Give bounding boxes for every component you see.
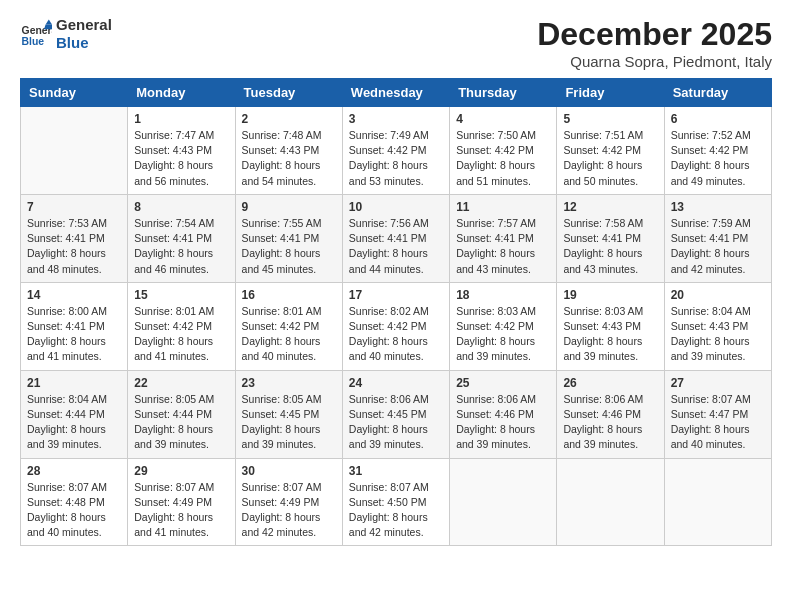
cell-info: Sunrise: 8:01 AMSunset: 4:42 PMDaylight:… (134, 304, 228, 365)
cell-info: Sunrise: 7:52 AMSunset: 4:42 PMDaylight:… (671, 128, 765, 189)
calendar-cell: 31 Sunrise: 8:07 AMSunset: 4:50 PMDaylig… (342, 458, 449, 546)
cell-info: Sunrise: 8:06 AMSunset: 4:46 PMDaylight:… (456, 392, 550, 453)
calendar-cell: 9 Sunrise: 7:55 AMSunset: 4:41 PMDayligh… (235, 194, 342, 282)
day-number: 25 (456, 376, 550, 390)
cell-info: Sunrise: 7:56 AMSunset: 4:41 PMDaylight:… (349, 216, 443, 277)
dow-monday: Monday (128, 79, 235, 107)
calendar-week-1: 1 Sunrise: 7:47 AMSunset: 4:43 PMDayligh… (21, 107, 772, 195)
calendar-cell: 21 Sunrise: 8:04 AMSunset: 4:44 PMDaylig… (21, 370, 128, 458)
day-number: 31 (349, 464, 443, 478)
calendar-cell: 29 Sunrise: 8:07 AMSunset: 4:49 PMDaylig… (128, 458, 235, 546)
calendar-cell: 14 Sunrise: 8:00 AMSunset: 4:41 PMDaylig… (21, 282, 128, 370)
cell-info: Sunrise: 8:07 AMSunset: 4:47 PMDaylight:… (671, 392, 765, 453)
cell-info: Sunrise: 8:01 AMSunset: 4:42 PMDaylight:… (242, 304, 336, 365)
calendar-cell: 3 Sunrise: 7:49 AMSunset: 4:42 PMDayligh… (342, 107, 449, 195)
calendar-cell: 12 Sunrise: 7:58 AMSunset: 4:41 PMDaylig… (557, 194, 664, 282)
day-number: 16 (242, 288, 336, 302)
calendar-cell: 5 Sunrise: 7:51 AMSunset: 4:42 PMDayligh… (557, 107, 664, 195)
day-number: 6 (671, 112, 765, 126)
dow-wednesday: Wednesday (342, 79, 449, 107)
day-number: 29 (134, 464, 228, 478)
day-number: 1 (134, 112, 228, 126)
day-number: 5 (563, 112, 657, 126)
cell-info: Sunrise: 8:02 AMSunset: 4:42 PMDaylight:… (349, 304, 443, 365)
cell-info: Sunrise: 7:59 AMSunset: 4:41 PMDaylight:… (671, 216, 765, 277)
calendar-cell (21, 107, 128, 195)
calendar-cell: 13 Sunrise: 7:59 AMSunset: 4:41 PMDaylig… (664, 194, 771, 282)
month-year-title: December 2025 (537, 16, 772, 53)
cell-info: Sunrise: 7:54 AMSunset: 4:41 PMDaylight:… (134, 216, 228, 277)
calendar-cell: 18 Sunrise: 8:03 AMSunset: 4:42 PMDaylig… (450, 282, 557, 370)
day-number: 22 (134, 376, 228, 390)
day-number: 15 (134, 288, 228, 302)
calendar-week-5: 28 Sunrise: 8:07 AMSunset: 4:48 PMDaylig… (21, 458, 772, 546)
day-number: 14 (27, 288, 121, 302)
cell-info: Sunrise: 8:00 AMSunset: 4:41 PMDaylight:… (27, 304, 121, 365)
day-number: 23 (242, 376, 336, 390)
cell-info: Sunrise: 8:06 AMSunset: 4:45 PMDaylight:… (349, 392, 443, 453)
cell-info: Sunrise: 7:48 AMSunset: 4:43 PMDaylight:… (242, 128, 336, 189)
day-number: 30 (242, 464, 336, 478)
calendar-cell: 10 Sunrise: 7:56 AMSunset: 4:41 PMDaylig… (342, 194, 449, 282)
day-number: 8 (134, 200, 228, 214)
cell-info: Sunrise: 7:55 AMSunset: 4:41 PMDaylight:… (242, 216, 336, 277)
calendar-table: SundayMondayTuesdayWednesdayThursdayFrid… (20, 78, 772, 546)
cell-info: Sunrise: 8:07 AMSunset: 4:50 PMDaylight:… (349, 480, 443, 541)
day-number: 21 (27, 376, 121, 390)
day-number: 13 (671, 200, 765, 214)
cell-info: Sunrise: 8:06 AMSunset: 4:46 PMDaylight:… (563, 392, 657, 453)
day-number: 9 (242, 200, 336, 214)
day-number: 7 (27, 200, 121, 214)
cell-info: Sunrise: 7:57 AMSunset: 4:41 PMDaylight:… (456, 216, 550, 277)
calendar-cell: 2 Sunrise: 7:48 AMSunset: 4:43 PMDayligh… (235, 107, 342, 195)
day-number: 18 (456, 288, 550, 302)
calendar-cell: 17 Sunrise: 8:02 AMSunset: 4:42 PMDaylig… (342, 282, 449, 370)
cell-info: Sunrise: 7:49 AMSunset: 4:42 PMDaylight:… (349, 128, 443, 189)
cell-info: Sunrise: 7:47 AMSunset: 4:43 PMDaylight:… (134, 128, 228, 189)
logo-general: General (56, 16, 112, 34)
cell-info: Sunrise: 8:03 AMSunset: 4:42 PMDaylight:… (456, 304, 550, 365)
title-block: December 2025 Quarna Sopra, Piedmont, It… (537, 16, 772, 70)
cell-info: Sunrise: 8:05 AMSunset: 4:45 PMDaylight:… (242, 392, 336, 453)
day-number: 2 (242, 112, 336, 126)
logo: General Blue General Blue (20, 16, 112, 52)
cell-info: Sunrise: 8:03 AMSunset: 4:43 PMDaylight:… (563, 304, 657, 365)
calendar-cell: 6 Sunrise: 7:52 AMSunset: 4:42 PMDayligh… (664, 107, 771, 195)
calendar-cell: 23 Sunrise: 8:05 AMSunset: 4:45 PMDaylig… (235, 370, 342, 458)
calendar-cell: 16 Sunrise: 8:01 AMSunset: 4:42 PMDaylig… (235, 282, 342, 370)
calendar-cell: 1 Sunrise: 7:47 AMSunset: 4:43 PMDayligh… (128, 107, 235, 195)
calendar-cell: 4 Sunrise: 7:50 AMSunset: 4:42 PMDayligh… (450, 107, 557, 195)
calendar-cell: 26 Sunrise: 8:06 AMSunset: 4:46 PMDaylig… (557, 370, 664, 458)
cell-info: Sunrise: 7:51 AMSunset: 4:42 PMDaylight:… (563, 128, 657, 189)
cell-info: Sunrise: 8:07 AMSunset: 4:49 PMDaylight:… (242, 480, 336, 541)
location-subtitle: Quarna Sopra, Piedmont, Italy (537, 53, 772, 70)
calendar-cell (664, 458, 771, 546)
cell-info: Sunrise: 8:07 AMSunset: 4:49 PMDaylight:… (134, 480, 228, 541)
calendar-cell: 8 Sunrise: 7:54 AMSunset: 4:41 PMDayligh… (128, 194, 235, 282)
cell-info: Sunrise: 8:04 AMSunset: 4:43 PMDaylight:… (671, 304, 765, 365)
calendar-cell: 30 Sunrise: 8:07 AMSunset: 4:49 PMDaylig… (235, 458, 342, 546)
cell-info: Sunrise: 8:05 AMSunset: 4:44 PMDaylight:… (134, 392, 228, 453)
cell-info: Sunrise: 8:07 AMSunset: 4:48 PMDaylight:… (27, 480, 121, 541)
svg-marker-2 (46, 20, 52, 25)
day-number: 3 (349, 112, 443, 126)
calendar-cell: 27 Sunrise: 8:07 AMSunset: 4:47 PMDaylig… (664, 370, 771, 458)
calendar-cell: 20 Sunrise: 8:04 AMSunset: 4:43 PMDaylig… (664, 282, 771, 370)
days-of-week-header: SundayMondayTuesdayWednesdayThursdayFrid… (21, 79, 772, 107)
dow-tuesday: Tuesday (235, 79, 342, 107)
logo-blue: Blue (56, 34, 112, 52)
calendar-cell: 15 Sunrise: 8:01 AMSunset: 4:42 PMDaylig… (128, 282, 235, 370)
cell-info: Sunrise: 7:53 AMSunset: 4:41 PMDaylight:… (27, 216, 121, 277)
day-number: 17 (349, 288, 443, 302)
day-number: 4 (456, 112, 550, 126)
calendar-week-2: 7 Sunrise: 7:53 AMSunset: 4:41 PMDayligh… (21, 194, 772, 282)
dow-saturday: Saturday (664, 79, 771, 107)
calendar-cell: 28 Sunrise: 8:07 AMSunset: 4:48 PMDaylig… (21, 458, 128, 546)
calendar-cell: 24 Sunrise: 8:06 AMSunset: 4:45 PMDaylig… (342, 370, 449, 458)
day-number: 19 (563, 288, 657, 302)
cell-info: Sunrise: 7:58 AMSunset: 4:41 PMDaylight:… (563, 216, 657, 277)
day-number: 11 (456, 200, 550, 214)
calendar-cell: 11 Sunrise: 7:57 AMSunset: 4:41 PMDaylig… (450, 194, 557, 282)
calendar-week-3: 14 Sunrise: 8:00 AMSunset: 4:41 PMDaylig… (21, 282, 772, 370)
day-number: 27 (671, 376, 765, 390)
